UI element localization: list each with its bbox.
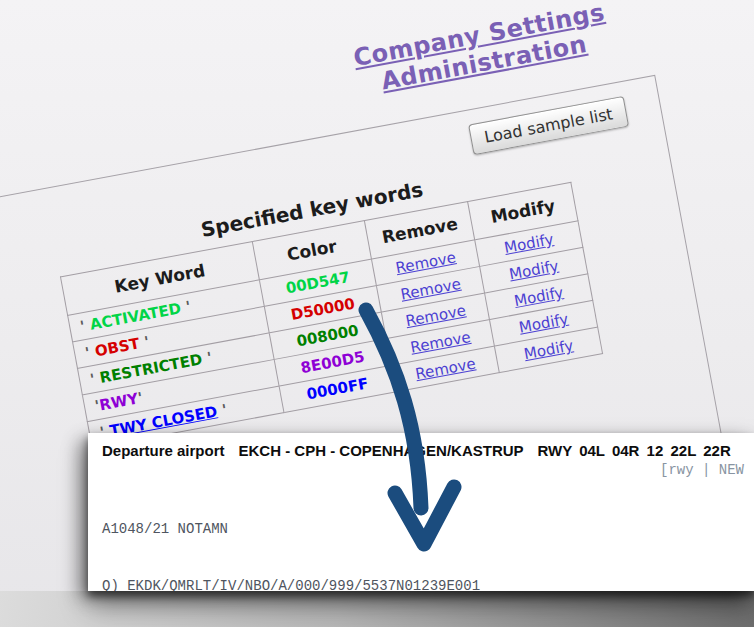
remove-link[interactable]: Remove bbox=[414, 355, 477, 384]
quote: ' bbox=[138, 333, 151, 352]
modify-link[interactable]: Modify bbox=[522, 336, 574, 363]
notam-line: A1048/21 NOTAMN bbox=[102, 520, 744, 539]
notam-text: A1048/21 NOTAMN Q) EKDK/QMRLT/IV/NBO/A/0… bbox=[102, 482, 744, 591]
notam-line: Q) EKDK/QMRLT/IV/NBO/A/000/999/5537N0123… bbox=[102, 577, 744, 591]
quote: ' bbox=[179, 297, 192, 316]
keyword-text: OBST bbox=[93, 334, 141, 360]
notam-preview-panel: Departure airport EKCH - CPH - COPENHAGE… bbox=[88, 433, 754, 591]
notam-header-line: Departure airport EKCH - CPH - COPENHAGE… bbox=[102, 442, 744, 459]
keyword-text: RWY bbox=[98, 390, 140, 415]
background-shading bbox=[0, 591, 754, 627]
notam-filter-tag: [rwy | NEW bbox=[102, 461, 744, 479]
runway-list: RWY 04L 04R 12 22L 22R bbox=[538, 442, 731, 459]
quote: ' bbox=[215, 401, 228, 420]
company-settings-admin-link[interactable]: Company Settings Administration bbox=[351, 0, 607, 95]
load-sample-list-button[interactable]: Load sample list bbox=[468, 96, 629, 155]
airport-name: EKCH - CPH - COPENHAGEN/KASTRUP bbox=[239, 442, 524, 459]
quote: ' bbox=[200, 348, 213, 367]
keywords-table: Key Word Color Remove Modify ' ACTIVATED… bbox=[60, 182, 603, 449]
departure-airport-label: Departure airport bbox=[102, 442, 225, 459]
